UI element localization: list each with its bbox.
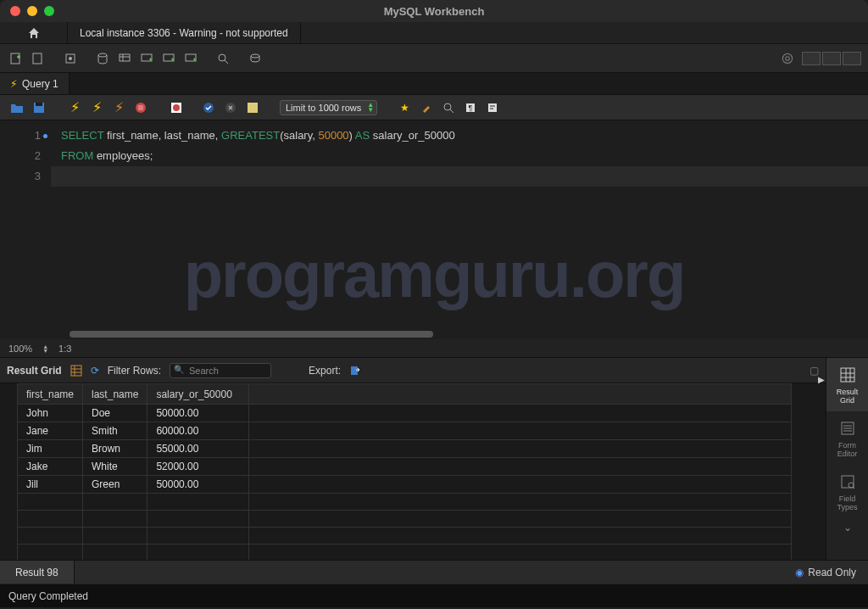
panel-right-toggle[interactable] bbox=[843, 52, 861, 65]
editor-hscroll[interactable] bbox=[70, 331, 860, 339]
table-row-empty bbox=[18, 545, 792, 561]
grid-icon[interactable] bbox=[70, 365, 82, 377]
titlebar: MySQL Workbench bbox=[0, 0, 868, 22]
bolt-icon: ⚡︎ bbox=[10, 78, 17, 90]
search-icon[interactable] bbox=[214, 49, 232, 68]
grid-icon bbox=[837, 365, 858, 385]
svg-point-15 bbox=[786, 56, 790, 60]
statusbar: Query Completed bbox=[0, 584, 868, 607]
result-toolbar: Result Grid ⟳ Filter Rows: Search Export… bbox=[0, 358, 826, 383]
result-tabbar: Result 98 ◉ Read Only bbox=[0, 560, 868, 584]
svg-point-21 bbox=[173, 104, 180, 111]
beautify-icon[interactable] bbox=[418, 99, 435, 116]
svg-line-12 bbox=[225, 60, 228, 64]
collapse-caret-icon[interactable]: ▶ bbox=[818, 375, 825, 384]
column-header[interactable]: salary_or_50000 bbox=[147, 384, 249, 405]
window-title: MySQL Workbench bbox=[384, 5, 485, 18]
result-grid-label: Result Grid bbox=[7, 365, 62, 377]
export-icon[interactable] bbox=[349, 365, 361, 377]
db-icon-3[interactable] bbox=[137, 49, 156, 68]
svg-point-14 bbox=[782, 53, 792, 63]
home-icon bbox=[27, 26, 41, 40]
zoom-stepper[interactable]: ▲▼ bbox=[42, 344, 48, 353]
filter-rows-label: Filter Rows: bbox=[108, 365, 161, 377]
execute-icon[interactable]: ⚡︎ bbox=[66, 99, 83, 116]
result-grid[interactable]: first_namelast_namesalary_or_50000JohnDo… bbox=[0, 383, 826, 560]
favorite-icon[interactable]: ★ bbox=[396, 99, 413, 116]
result-area: Result Grid ⟳ Filter Rows: Search Export… bbox=[0, 358, 868, 560]
explain-icon[interactable]: ⚡︎ bbox=[110, 99, 127, 116]
toggle-1-icon[interactable] bbox=[168, 99, 185, 116]
side-tab-field-types[interactable]: Field Types bbox=[826, 465, 868, 518]
panel-toggle-group bbox=[802, 52, 861, 65]
query-tab-label: Query 1 bbox=[22, 78, 58, 90]
readonly-bullet-icon: ◉ bbox=[795, 567, 804, 578]
query-tabbar: ⚡︎ Query 1 bbox=[0, 73, 868, 95]
table-row-empty bbox=[18, 511, 792, 528]
editor-statusbar: 100% ▲▼ 1:3 bbox=[0, 339, 868, 358]
table-row[interactable]: JillGreen50000.00 bbox=[18, 476, 792, 494]
close-window-button[interactable] bbox=[10, 6, 20, 16]
execute-current-icon[interactable]: ⚡︎ bbox=[88, 99, 105, 116]
find-icon[interactable] bbox=[440, 99, 457, 116]
cursor-position: 1:3 bbox=[58, 344, 71, 354]
form-icon bbox=[837, 418, 858, 439]
wrap-icon[interactable] bbox=[484, 99, 501, 116]
table-row-empty bbox=[18, 528, 792, 545]
stop-icon[interactable] bbox=[132, 99, 149, 116]
side-tab-result-grid[interactable]: Result Grid bbox=[826, 358, 868, 411]
panel-left-toggle[interactable] bbox=[802, 52, 821, 65]
server-status-icon[interactable] bbox=[61, 49, 80, 68]
commit-icon[interactable] bbox=[200, 99, 217, 116]
column-header[interactable]: last_name bbox=[83, 384, 147, 405]
refresh-icon[interactable]: ⟳ bbox=[91, 365, 99, 377]
gear-icon[interactable] bbox=[778, 49, 797, 68]
result-side-tabs: ▶ Result Grid Form Editor Field Types ⌄ bbox=[826, 358, 868, 560]
db-icon-1[interactable] bbox=[93, 49, 112, 68]
svg-rect-30 bbox=[71, 366, 81, 376]
query-tab[interactable]: ⚡︎ Query 1 bbox=[0, 73, 70, 94]
open-sql-file-icon[interactable] bbox=[29, 49, 47, 68]
table-row[interactable]: JimBrown55000.00 bbox=[18, 440, 792, 458]
panel-bottom-toggle[interactable] bbox=[822, 52, 841, 65]
limit-selector-label: Limit to 1000 rows bbox=[286, 103, 361, 113]
table-row[interactable]: JaneSmith60000.00 bbox=[18, 422, 792, 440]
autocommit-icon[interactable] bbox=[244, 99, 261, 116]
save-file-icon[interactable] bbox=[31, 99, 47, 116]
svg-text:¶: ¶ bbox=[469, 103, 473, 112]
svg-point-4 bbox=[98, 53, 107, 57]
svg-point-11 bbox=[219, 54, 225, 61]
table-row[interactable]: JakeWhite52000.00 bbox=[18, 458, 792, 476]
open-file-icon[interactable] bbox=[8, 99, 25, 116]
side-tab-form-editor[interactable]: Form Editor bbox=[826, 411, 868, 465]
connection-tab[interactable]: Local instance 3306 - Warning - not supp… bbox=[68, 22, 301, 43]
db-icon-4[interactable] bbox=[159, 49, 178, 68]
minimize-window-button[interactable] bbox=[27, 6, 37, 16]
limit-selector[interactable]: Limit to 1000 rows ▲▼ bbox=[280, 100, 377, 115]
svg-point-25 bbox=[444, 103, 451, 110]
new-sql-tab-icon[interactable] bbox=[7, 49, 25, 68]
svg-rect-5 bbox=[120, 54, 130, 61]
result-tab[interactable]: Result 98 bbox=[0, 561, 75, 584]
zoom-window-button[interactable] bbox=[44, 6, 54, 16]
rollback-icon[interactable] bbox=[222, 99, 239, 116]
connection-tabbar: Local instance 3306 - Warning - not supp… bbox=[0, 22, 868, 44]
svg-line-46 bbox=[853, 487, 854, 489]
gutter: 1 2 3 bbox=[0, 120, 51, 339]
home-tab[interactable] bbox=[0, 22, 68, 43]
column-header-empty bbox=[249, 384, 792, 405]
reconnect-icon[interactable] bbox=[246, 49, 264, 68]
table-row[interactable]: JohnDoe50000.00 bbox=[18, 405, 792, 422]
svg-rect-35 bbox=[841, 368, 854, 382]
column-header[interactable]: first_name bbox=[18, 384, 83, 405]
svg-rect-34 bbox=[351, 366, 358, 375]
db-icon-5[interactable] bbox=[181, 49, 200, 68]
sql-editor[interactable]: 1 2 3 SELECT first_name, last_name, GREA… bbox=[0, 120, 868, 339]
db-icon-2[interactable] bbox=[115, 49, 134, 68]
side-tabs-more-icon[interactable]: ⌄ bbox=[826, 518, 868, 537]
field-types-icon bbox=[837, 472, 858, 492]
status-text: Query Completed bbox=[8, 590, 88, 602]
invisible-chars-icon[interactable]: ¶ bbox=[462, 99, 479, 116]
code-area[interactable]: SELECT first_name, last_name, GREATEST(s… bbox=[51, 120, 868, 339]
filter-search-input[interactable]: Search bbox=[170, 363, 271, 378]
